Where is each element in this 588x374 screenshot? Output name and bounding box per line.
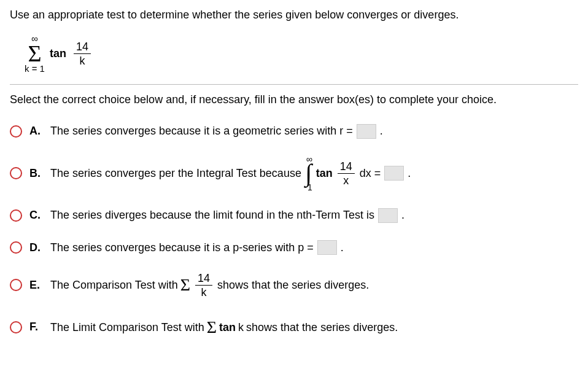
option-c: C. The series diverges because the limit… — [10, 206, 578, 224]
radio-c[interactable] — [10, 209, 22, 222]
option-b-fraction: 14 x — [338, 161, 355, 186]
option-d-text1: The series converges because it is a p-s… — [50, 239, 314, 257]
option-b-frac-num: 14 — [338, 161, 355, 174]
sigma-inline-f: Σ — [207, 314, 217, 341]
option-b: B. The series converges per the Integral… — [10, 155, 578, 192]
option-f-text: The Limit Comparison Test with Σ tan k s… — [50, 314, 398, 341]
option-b-text2: dx = — [360, 165, 381, 182]
option-e-fraction: 14 k — [195, 273, 212, 298]
option-b-text: The series converges per the Integral Te… — [50, 155, 411, 192]
option-a-text1: The series converges because it is a geo… — [50, 122, 353, 140]
option-f: F. The Limit Comparison Test with Σ tan … — [10, 314, 578, 341]
radio-b[interactable] — [10, 167, 22, 179]
option-e-frac-den: k — [199, 286, 209, 298]
option-e-text: The Comparison Test with Σ 14 k shows th… — [50, 271, 369, 299]
instruction-text: Select the correct choice below and, if … — [10, 93, 578, 106]
option-e: E. The Comparison Test with Σ 14 k shows… — [10, 271, 578, 299]
option-c-label: C. — [29, 209, 43, 222]
option-b-text1: The series converges per the Integral Te… — [50, 165, 301, 182]
answer-box-c[interactable] — [378, 208, 398, 223]
options-group: A. The series converges because it is a … — [10, 122, 578, 341]
option-e-frac-num: 14 — [195, 273, 212, 286]
option-b-period: . — [408, 165, 411, 182]
option-a-period: . — [380, 122, 383, 140]
sigma-inline-e: Σ — [180, 271, 190, 299]
radio-a[interactable] — [10, 125, 22, 138]
frac-den: k — [77, 54, 87, 66]
series-func: tan — [50, 47, 66, 60]
series-fraction: 14 k — [74, 41, 91, 66]
option-f-var: k — [238, 319, 244, 337]
option-b-frac-den: x — [341, 174, 351, 186]
divider — [10, 84, 578, 85]
option-b-func: tan — [316, 165, 333, 182]
option-c-period: . — [401, 206, 404, 224]
answer-box-a[interactable] — [357, 124, 376, 139]
radio-e[interactable] — [10, 279, 22, 291]
integral-block: ∞ ∫ 1 — [305, 155, 312, 192]
option-d-text: The series converges because it is a p-s… — [50, 239, 344, 257]
option-d-period: . — [341, 239, 344, 257]
option-e-text2: shows that the series diverges. — [217, 276, 369, 294]
answer-box-b[interactable] — [384, 166, 404, 181]
option-a-label: A. — [29, 125, 43, 138]
option-e-text1: The Comparison Test with — [50, 276, 178, 294]
option-f-label: F. — [29, 321, 43, 333]
int-lower: 1 — [305, 183, 312, 192]
radio-d[interactable] — [10, 241, 22, 254]
answer-box-d[interactable] — [317, 240, 337, 255]
series-expression: ∞ Σ k = 1 tan 14 k — [25, 34, 578, 73]
option-c-text: The series diverges because the limit fo… — [50, 206, 404, 224]
option-f-text2: shows that the series diverges. — [246, 319, 398, 337]
radio-f[interactable] — [10, 321, 22, 333]
option-a-text: The series converges because it is a geo… — [50, 122, 383, 140]
sigma-block: ∞ Σ k = 1 — [25, 34, 45, 73]
sigma-symbol: Σ — [28, 43, 41, 64]
option-d-label: D. — [29, 241, 43, 254]
option-f-func: tan — [219, 319, 236, 337]
option-b-label: B. — [29, 167, 43, 180]
option-f-text1: The Limit Comparison Test with — [50, 319, 204, 337]
option-c-text1: The series diverges because the limit fo… — [50, 206, 374, 224]
option-a: A. The series converges because it is a … — [10, 122, 578, 140]
question-text: Use an appropriate test to determine whe… — [10, 7, 578, 23]
option-e-label: E. — [29, 279, 43, 292]
sigma-lower: k = 1 — [25, 64, 45, 73]
frac-num: 14 — [74, 41, 91, 54]
integral-symbol: ∫ — [305, 163, 312, 183]
option-d: D. The series converges because it is a … — [10, 239, 578, 257]
